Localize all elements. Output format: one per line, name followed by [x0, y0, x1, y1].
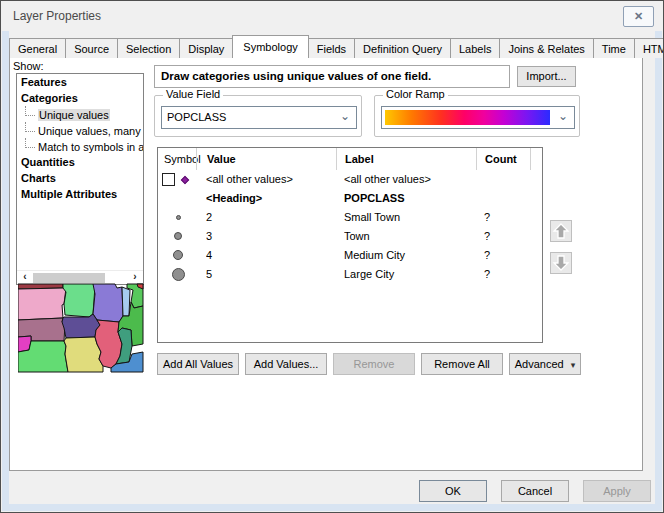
column-spacer: [530, 148, 543, 170]
dot-symbol: [172, 268, 185, 281]
show-item-quantities[interactable]: Quantities: [17, 154, 143, 170]
tab-labels[interactable]: Labels: [450, 38, 500, 58]
menu-arrow-icon: ▾: [571, 360, 576, 370]
value-field-label: Value Field: [163, 88, 223, 100]
table-header-row: Symbol Value Label Count: [158, 148, 542, 170]
value-cell: 4: [206, 246, 336, 265]
show-item-features[interactable]: Features: [17, 74, 143, 90]
map-preview-thumbnail: [18, 283, 144, 373]
chevron-down-icon[interactable]: ⌄: [338, 107, 352, 126]
all-other-values-checkbox[interactable]: [162, 173, 175, 186]
value-field-group: Value Field POPCLASS ⌄: [154, 95, 362, 137]
dot-symbol: [173, 250, 183, 260]
show-item-match-to-symbols-in-a[interactable]: Match to symbols in a: [17, 138, 143, 154]
count-cell: [484, 189, 530, 208]
dot-symbol: [176, 215, 181, 220]
show-item-unique-values-many[interactable]: Unique values, many: [17, 122, 143, 138]
symbol-cell[interactable]: [158, 208, 196, 227]
move-up-button[interactable]: [550, 220, 572, 242]
show-item-unique-values[interactable]: Unique values: [17, 106, 143, 122]
remove-button[interactable]: Remove: [333, 353, 415, 375]
show-item-categories[interactable]: Categories: [17, 90, 143, 106]
show-list-hscrollbar[interactable]: ‹ ›: [17, 270, 143, 284]
column-value: Value: [196, 148, 336, 170]
symbol-cell[interactable]: [158, 170, 196, 189]
show-label: Show:: [13, 60, 44, 72]
add-values--button[interactable]: Add Values...: [245, 353, 327, 375]
symbol-cell[interactable]: [158, 246, 196, 265]
color-ramp-dropdown[interactable]: ⌄: [381, 106, 575, 129]
tab-symbology[interactable]: Symbology: [232, 35, 308, 58]
tab-display[interactable]: Display: [179, 38, 233, 58]
show-listbox: FeaturesCategoriesUnique valuesUnique va…: [16, 73, 144, 285]
cancel-button[interactable]: Cancel: [501, 480, 569, 502]
instruction-text: Draw categories using unique values of o…: [154, 65, 510, 88]
tab-selection[interactable]: Selection: [117, 38, 180, 58]
table-row[interactable]: 5Large City?: [158, 265, 542, 284]
dialog-body: GeneralSourceSelectionDisplaySymbologyFi…: [9, 31, 655, 504]
tab-fields[interactable]: Fields: [308, 38, 355, 58]
scrollbar-thumb[interactable]: [33, 273, 105, 283]
value-cell: 2: [206, 208, 336, 227]
window-frame-right: [655, 31, 662, 511]
symbol-value-table[interactable]: Symbol Value Label Count <all other valu…: [157, 147, 543, 343]
value-cell: <all other values>: [206, 170, 336, 189]
label-cell: Large City: [344, 265, 476, 284]
tab-definition-query[interactable]: Definition Query: [354, 38, 451, 58]
label-cell: <all other values>: [344, 170, 476, 189]
symbol-cell[interactable]: [158, 265, 196, 284]
tab-html-popup[interactable]: HTML Popup: [634, 38, 664, 58]
table-row[interactable]: <all other values><all other values>: [158, 170, 542, 189]
count-cell: ?: [484, 208, 530, 227]
symbol-cell[interactable]: [158, 189, 196, 208]
table-row[interactable]: 3Town?: [158, 227, 542, 246]
window-title: Layer Properties: [13, 1, 101, 31]
tab-joins-relates[interactable]: Joins & Relates: [499, 38, 593, 58]
symbology-tab-page: Show: FeaturesCategoriesUnique valuesUni…: [9, 57, 643, 471]
count-cell: ?: [484, 265, 530, 284]
value-field-selected: POPCLASS: [167, 107, 226, 128]
layer-properties-dialog: Layer Properties ✕ GeneralSourceSelectio…: [0, 0, 664, 513]
show-list-items: FeaturesCategoriesUnique valuesUnique va…: [17, 74, 143, 202]
label-cell: Town: [344, 227, 476, 246]
chevron-down-icon[interactable]: ⌄: [556, 107, 570, 126]
table-row[interactable]: 2Small Town?: [158, 208, 542, 227]
count-cell: ?: [484, 227, 530, 246]
column-symbol: Symbol: [158, 148, 196, 170]
value-cell: 3: [206, 227, 336, 246]
import-button[interactable]: Import...: [517, 66, 576, 87]
value-cell: <Heading>: [206, 189, 336, 208]
tab-general[interactable]: General: [9, 38, 66, 58]
show-item-multiple-attributes[interactable]: Multiple Attributes: [17, 186, 143, 202]
symbol-cell[interactable]: [158, 227, 196, 246]
label-cell: POPCLASS: [344, 189, 476, 208]
move-down-button[interactable]: [550, 252, 572, 274]
close-icon[interactable]: ✕: [623, 6, 654, 27]
count-cell: [484, 170, 530, 189]
color-ramp-group: Color Ramp ⌄: [374, 95, 580, 137]
table-rows: <all other values><all other values><Hea…: [158, 170, 542, 284]
dot-symbol: [174, 232, 182, 240]
label-cell: Medium City: [344, 246, 476, 265]
color-ramp-gradient: [385, 110, 550, 125]
ok-button[interactable]: OK: [419, 480, 487, 502]
table-row[interactable]: <Heading>POPCLASS: [158, 189, 542, 208]
apply-button[interactable]: Apply: [583, 480, 651, 502]
title-bar[interactable]: Layer Properties ✕: [1, 1, 663, 31]
window-frame-bottom: [2, 504, 662, 511]
add-all-values-button[interactable]: Add All Values: [157, 353, 239, 375]
count-cell: ?: [484, 246, 530, 265]
value-cell: 5: [206, 265, 336, 284]
color-ramp-label: Color Ramp: [383, 88, 448, 100]
value-field-dropdown[interactable]: POPCLASS ⌄: [161, 106, 357, 129]
tab-bar: GeneralSourceSelectionDisplaySymbologyFi…: [9, 35, 664, 58]
column-label: Label: [336, 148, 476, 170]
column-count: Count: [476, 148, 530, 170]
table-row[interactable]: 4Medium City?: [158, 246, 542, 265]
show-item-charts[interactable]: Charts: [17, 170, 143, 186]
remove-all-button[interactable]: Remove All: [421, 353, 503, 375]
advanced-button[interactable]: Advanced▾: [509, 353, 581, 375]
diamond-symbol: [181, 176, 189, 184]
tab-time[interactable]: Time: [593, 38, 635, 58]
tab-source[interactable]: Source: [65, 38, 118, 58]
